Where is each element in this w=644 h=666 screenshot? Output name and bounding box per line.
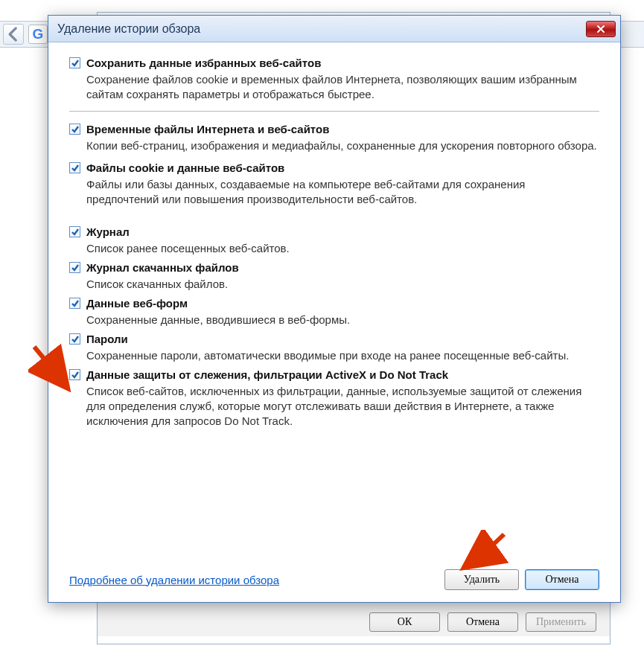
dialog-titlebar[interactable]: Удаление истории обзора [48,16,620,42]
ok-button[interactable]: ОК [369,612,440,632]
help-link[interactable]: Подробнее об удалении истории обзора [69,574,279,586]
option-desc: Список ранее посещенных веб-сайтов. [86,241,599,256]
option-download-history[interactable]: Журнал скачанных файлов Список скачанных… [69,260,599,292]
option-label: Пароли [86,332,599,347]
option-cookies[interactable]: Файлы cookie и данные веб-сайтов Файлы и… [69,161,599,207]
close-button[interactable] [586,21,616,37]
option-history[interactable]: Журнал Список ранее посещенных веб-сайто… [69,225,599,256]
option-label: Временные файлы Интернета и веб-сайтов [86,122,599,137]
option-label: Файлы cookie и данные веб-сайтов [86,161,599,176]
option-temp-files[interactable]: Временные файлы Интернета и веб-сайтов К… [69,122,599,153]
option-desc: Список скачанных файлов. [86,277,599,292]
separator [69,111,599,112]
option-label: Журнал скачанных файлов [86,260,599,275]
checkbox-tracking-protection[interactable] [69,369,80,380]
internet-options-footer: ОК Отмена Применить [98,599,610,636]
cancel-button[interactable]: Отмена [447,612,518,632]
checkbox-preserve-favorites[interactable] [69,57,80,68]
checkbox-form-data[interactable] [69,298,80,309]
delete-button[interactable]: Удалить [444,569,519,590]
option-form-data[interactable]: Данные веб-форм Сохраненные данные, ввод… [69,296,599,327]
option-desc: Файлы или базы данных, создаваемые на ко… [86,177,599,207]
delete-history-dialog: Удаление истории обзора Сохранить данные… [48,15,621,603]
option-passwords[interactable]: Пароли Сохраненные пароли, автоматически… [69,332,599,363]
option-preserve-favorites[interactable]: Сохранить данные избранных веб-сайтов Со… [69,56,599,102]
option-desc: Сохраненные данные, вводившиеся в веб-фо… [86,313,599,327]
checkbox-download-history[interactable] [69,262,80,273]
checkbox-history[interactable] [69,226,80,237]
apply-button: Применить [526,612,596,632]
dialog-title: Удаление истории обзора [57,22,586,36]
dialog-footer: Подробнее об удалении истории обзора Уда… [69,569,599,590]
option-desc: Список веб-сайтов, исключенных из фильтр… [86,384,599,429]
option-desc: Сохраненные пароли, автоматически вводим… [86,348,599,363]
checkbox-passwords[interactable] [69,333,80,345]
option-desc: Копии веб-страниц, изображения и медиафа… [86,138,599,153]
cancel-button[interactable]: Отмена [525,569,599,590]
option-label: Журнал [86,225,599,240]
option-label: Сохранить данные избранных веб-сайтов [86,56,599,71]
back-button[interactable] [3,24,24,45]
option-label: Данные веб-форм [86,296,599,311]
close-icon [596,25,605,33]
option-tracking-protection[interactable]: Данные защиты от слежения, фильтрации Ac… [69,368,599,429]
option-desc: Сохранение файлов cookie и временных фай… [86,72,599,102]
site-icon-google: G [28,25,48,44]
checkbox-temp-files[interactable] [69,124,80,135]
checkbox-cookies[interactable] [69,162,80,173]
option-label: Данные защиты от слежения, фильтрации Ac… [86,368,599,382]
